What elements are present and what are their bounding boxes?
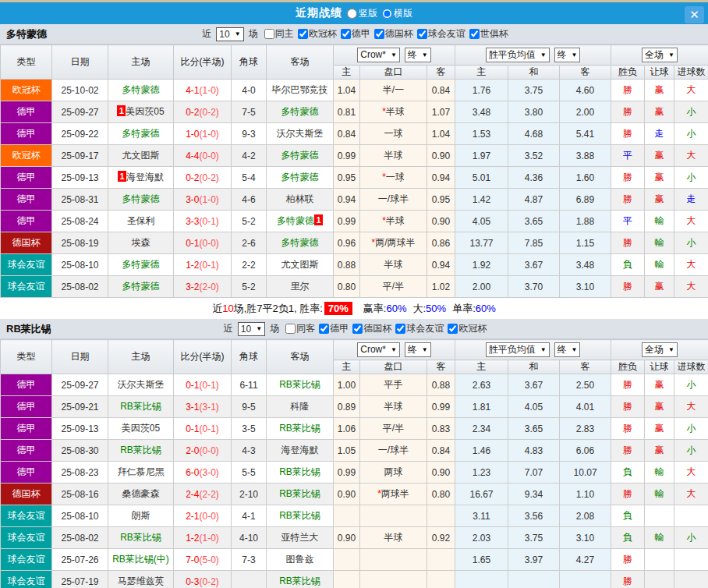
league-filter-label: 欧冠杯 [309,27,337,41]
cell-asian-line: 平/半 [360,276,427,298]
cell-date: 25-08-31 [52,189,108,211]
cell-away-team: RB莱比锡 [267,374,334,396]
cell-league: 德甲 [1,167,52,189]
league-filter-checkbox[interactable] [341,29,351,39]
cell-goals-result: 大 [674,484,708,505]
cell-asian-away: 0.90 [427,462,455,484]
filter-games-label: 场 [270,322,279,335]
league-filter[interactable]: 德国杯 [352,322,391,335]
layout-horizontal-option[interactable]: 横版 [382,7,412,20]
match-count-select[interactable]: 10▼ [238,322,265,336]
same-venue[interactable]: 同客 [285,322,315,335]
league-filter-checkbox[interactable] [448,324,458,334]
cell-home-team: RB莱比锡 [108,396,174,418]
fulltime-score: 3-2 [186,282,199,292]
cell-avg-draw: 4.36 [508,167,560,189]
team-name: 多特蒙德 [281,237,319,248]
cell-date: 25-09-17 [52,145,108,167]
cell-win-lose: 勝 [611,80,645,101]
team-name: 多特蒙德 [122,84,160,95]
close-button[interactable]: ✕ [685,6,704,23]
cell-asian-away: 0.84 [427,80,455,101]
match-count-select[interactable]: 10▼ [216,27,243,41]
horizontal-radio[interactable] [382,9,392,19]
company-select[interactable]: Crow*▼ [357,48,400,62]
dropdown-value: 终 [558,48,567,62]
league-filter-checkbox[interactable] [469,29,480,39]
league-filter[interactable]: 德甲 [341,27,370,41]
team-name: 多特蒙德 [122,128,160,139]
same-venue-label: 同主 [275,27,294,41]
league-filter-checkbox[interactable] [298,29,308,39]
team-name: 里尔 [291,281,310,292]
cell-home-team: 圣保利 [108,211,174,232]
team-name: 沃尔夫斯堡 [277,128,324,139]
cell-corners: 2-2 [232,254,267,276]
final-select[interactable]: 终▼ [405,342,431,357]
same-venue-checkbox[interactable] [264,29,274,39]
league-filter[interactable]: 世俱杯 [469,27,508,41]
cell-asian-line: 半球 [360,527,427,549]
match-row: 德甲25-08-23拜仁慕尼黑6-0(3-0)5-5RB莱比锡0.99两球0.9… [1,462,708,484]
league-filter[interactable]: 欧冠杯 [448,322,487,335]
cell-date: 25-08-30 [52,440,108,462]
league-filter[interactable]: 德甲 [319,322,349,335]
cell-avg-away: 1.88 [560,211,611,232]
cell-asian-home: 0.94 [334,189,360,211]
cell-asian-line: 一/球半 [360,440,427,462]
cell-asian-home: 0.81 [334,101,360,123]
league-filter-checkbox[interactable] [319,324,329,334]
final-select[interactable]: 终▼ [405,48,431,62]
league-filter[interactable]: 球会友谊 [395,322,444,335]
layout-vertical-option[interactable]: 竖版 [347,7,377,20]
final-select[interactable]: 终▼ [554,48,581,62]
dropdown-value: 全场 [645,48,664,62]
league-filter-checkbox[interactable] [352,324,363,334]
team-name: 海登海默 [281,445,319,455]
cell-away-team: RB莱比锡 [267,505,334,527]
cell-win-lose: 勝 [611,571,645,588]
league-filter[interactable]: 德国杯 [374,27,413,41]
match-row: 德甲25-09-27沃尔夫斯堡0-1(0-1)6-11RB莱比锡1.00平手0.… [1,374,708,396]
cell-avg-away: 6.06 [560,440,611,462]
cell-asian-away: 0.84 [427,440,455,462]
line-text: 一/球半 [378,445,409,455]
company-select[interactable]: Crow*▼ [357,342,400,357]
team-name: 埃森 [132,237,150,248]
cell-avg-home: 1.42 [455,189,508,211]
avg-odds-group: 胜平负均值▼终▼ [455,45,611,66]
cell-avg-home: 16.67 [455,484,508,505]
dropdown-value: 全场 [645,343,664,356]
avg-odds-select[interactable]: 胜平负均值▼ [486,48,550,62]
cell-score: 1-2(1-0) [174,527,232,549]
halftime-score: (0-2) [200,172,219,183]
fulltime-score: 0-1 [186,238,199,249]
cell-handicap-result: 赢 [645,276,674,298]
cell-avg-home: 1.46 [455,440,508,462]
cell-handicap-result: 赢 [645,440,674,462]
dropdown-value: 10 [219,29,229,40]
team-name: 多特蒙德 [122,281,160,292]
cell-goals-result: 大 [674,396,708,418]
league-filter[interactable]: 欧冠杯 [298,27,337,41]
cell-corners: 2-6 [232,232,267,254]
cell-avg-draw: 3.75 [508,527,560,549]
cell-date: 25-08-02 [52,527,108,549]
same-venue[interactable]: 同主 [264,27,294,41]
avg-odds-select[interactable]: 胜平负均值▼ [486,342,550,357]
league-filter-checkbox[interactable] [417,29,427,39]
league-filter-checkbox[interactable] [374,29,384,39]
cell-goals-result: 小 [674,418,708,440]
cell-handicap-result: 赢 [645,167,674,189]
scope-select[interactable]: 全场▼ [642,342,678,357]
final-select[interactable]: 终▼ [554,342,581,357]
league-filter[interactable]: 球会友谊 [417,27,466,41]
vertical-radio[interactable] [347,9,357,19]
cell-asian-away: 1.04 [427,123,455,145]
scope-select[interactable]: 全场▼ [642,48,678,62]
cell-score: 2-0(0-0) [174,440,232,462]
league-filter-checkbox[interactable] [395,324,405,334]
same-venue-checkbox[interactable] [285,324,296,334]
cell-avg-home [455,571,508,588]
cell-avg-draw: 4.83 [508,440,560,462]
